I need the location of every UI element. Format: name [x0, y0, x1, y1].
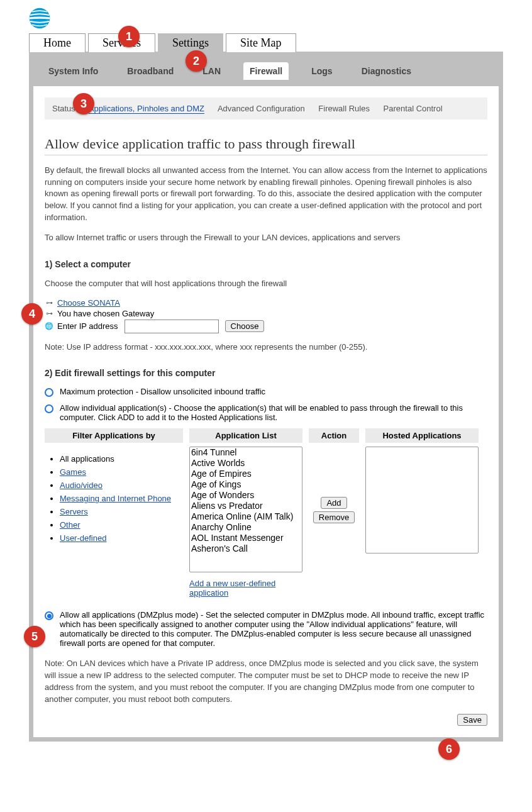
step-marker-2: 2 — [186, 50, 207, 72]
intro-paragraph-2: To allow Internet traffic or users throu… — [45, 232, 487, 244]
filter-games[interactable]: Games — [60, 467, 86, 477]
radio-max-protection[interactable] — [45, 388, 53, 397]
col-applist-header: Application List — [189, 428, 302, 443]
enter-ip-label: Enter IP address — [57, 321, 118, 331]
tab-settings[interactable]: Settings — [158, 33, 223, 52]
col-hosted-header: Hosted Applications — [365, 428, 479, 443]
list-item[interactable]: 6in4 Tunnel — [190, 447, 302, 458]
subtab-logs[interactable]: Logs — [305, 62, 338, 80]
radio-allow-individual-label: Allow individual application(s) - Choose… — [60, 403, 487, 422]
choose-ip-button[interactable]: Choose — [225, 320, 265, 332]
ip-format-note: Note: Use IP address format - xxx.xxx.xx… — [45, 342, 487, 353]
tnav-apps-pinholes-dmz[interactable]: Applications, Pinholes and DMZ — [89, 104, 204, 114]
col-action-header: Action — [309, 428, 359, 443]
radio-dmzplus[interactable] — [45, 611, 53, 620]
list-item[interactable]: Age of Kings — [190, 479, 302, 490]
step-marker-5: 5 — [24, 626, 45, 647]
step1-desc: Choose the computer that will host appli… — [45, 278, 487, 290]
radio-dmzplus-label: Allow all applications (DMZplus mode) - … — [60, 610, 487, 648]
application-list[interactable]: 6in4 Tunnel Active Worlds Age of Empires… — [189, 447, 302, 572]
settings-frame: System Info Broadband LAN Firewall Logs … — [29, 52, 503, 742]
filter-audio-video[interactable]: Audio/video — [60, 481, 103, 490]
chosen-gateway-text: You have chosen Gateway — [57, 309, 154, 318]
subtab-system-info[interactable]: System Info — [42, 62, 104, 80]
step-marker-3: 3 — [73, 93, 94, 114]
filter-all[interactable]: All applications — [60, 454, 183, 464]
intro-paragraph-1: By default, the firewall blocks all unwa… — [45, 165, 487, 224]
tnav-status[interactable]: Status — [52, 104, 75, 113]
main-tab-bar: Home Services Settings Site Map — [29, 33, 532, 52]
list-item[interactable]: Anarchy Online — [190, 522, 302, 533]
list-item[interactable]: Age of Wonders — [190, 490, 302, 501]
col-filter-header: Filter Applications by — [45, 428, 183, 443]
remove-button[interactable]: Remove — [313, 511, 355, 523]
list-item[interactable]: America Online (AIM Talk) — [190, 511, 302, 522]
radio-max-label: Maximum protection - Disallow unsolicite… — [60, 387, 265, 396]
tertiary-nav: Status Applications, Pinholes and DMZ Ad… — [45, 97, 487, 120]
list-item[interactable]: Asheron's Call — [190, 543, 302, 554]
add-user-defined-link[interactable]: Add a new user-defined application — [189, 579, 275, 598]
filter-servers[interactable]: Servers — [60, 507, 88, 516]
page-body: Status Applications, Pinholes and DMZ Ad… — [33, 86, 499, 737]
filter-list: All applications Games Audio/video Messa… — [45, 454, 183, 543]
save-button[interactable]: Save — [457, 714, 487, 726]
sub-tab-bar: System Info Broadband LAN Firewall Logs … — [33, 56, 499, 86]
subtab-firewall[interactable]: Firewall — [243, 62, 289, 80]
step-marker-1: 1 — [118, 26, 140, 47]
list-item[interactable]: AOL Instant Messenger — [190, 533, 302, 543]
radio-allow-individual[interactable] — [45, 404, 53, 413]
page-title: Allow device application traffic to pass… — [45, 136, 487, 155]
choose-sonata-link[interactable]: Choose SONATA — [57, 298, 120, 308]
att-logo — [29, 8, 532, 31]
network-icon: ⊶ — [45, 299, 53, 307]
hosted-applications-list[interactable] — [365, 447, 479, 553]
subtab-diagnostics[interactable]: Diagnostics — [355, 62, 418, 80]
step-marker-4: 4 — [21, 303, 43, 325]
subtab-broadband[interactable]: Broadband — [121, 62, 180, 80]
ip-address-input[interactable] — [125, 320, 219, 333]
tnav-parental[interactable]: Parental Control — [384, 104, 443, 113]
network-icon: ⊶ — [45, 309, 53, 318]
list-item[interactable]: Active Worlds — [190, 458, 302, 469]
tab-home[interactable]: Home — [29, 33, 86, 52]
tab-site-map[interactable]: Site Map — [226, 33, 296, 52]
list-item[interactable]: Age of Empires — [190, 469, 302, 479]
filter-messaging[interactable]: Messaging and Internet Phone — [60, 494, 171, 503]
globe-icon: 🌐 — [45, 322, 53, 330]
list-item[interactable]: Aliens vs Predator — [190, 501, 302, 511]
tnav-firewall-rules[interactable]: Firewall Rules — [318, 104, 370, 113]
step1-heading: 1) Select a computer — [45, 259, 487, 269]
filter-other[interactable]: Other — [60, 520, 80, 530]
dmz-note: Note: On LAN devices which have a Privat… — [45, 658, 487, 705]
tnav-advanced[interactable]: Advanced Configuration — [218, 104, 305, 113]
step2-heading: 2) Edit firewall settings for this compu… — [45, 368, 487, 378]
add-button[interactable]: Add — [321, 497, 346, 509]
filter-user-defined[interactable]: User-defined — [60, 533, 106, 543]
